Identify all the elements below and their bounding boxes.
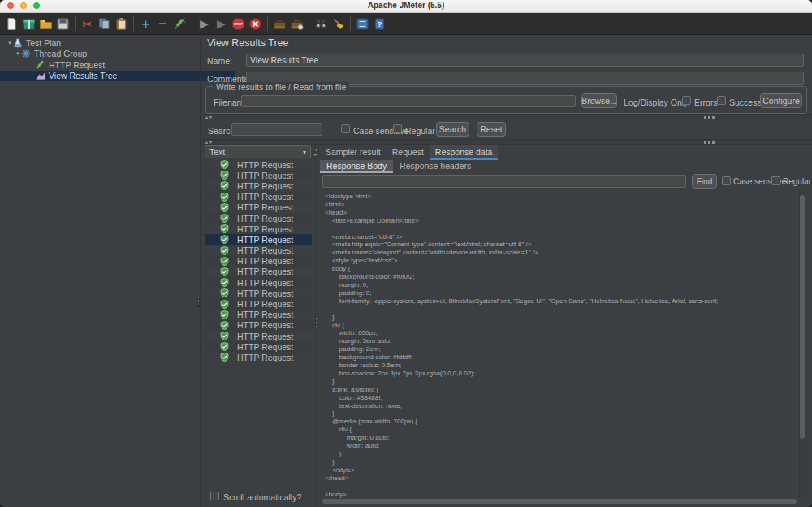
result-item-label: HTTP Request [237, 353, 293, 362]
edit-icon[interactable] [173, 17, 187, 31]
open-icon[interactable] [39, 17, 53, 31]
search-input[interactable] [231, 123, 322, 136]
tree-item-test-plan[interactable]: ▾ Test Plan [0, 37, 205, 48]
result-item[interactable]: HTTP Request [205, 180, 312, 191]
shutdown-icon[interactable] [248, 17, 262, 31]
reset-button[interactable]: Reset [477, 122, 506, 136]
result-item-label: HTTP Request [237, 160, 293, 170]
log-display-only-label: Log/Display Only: [624, 98, 690, 107]
errors-checkbox-label[interactable]: Errors [694, 98, 718, 107]
result-item[interactable]: HTTP Request [205, 341, 312, 352]
result-item[interactable]: HTTP Request [205, 288, 312, 298]
result-item[interactable]: HTTP Request [205, 277, 312, 288]
result-item-label: HTTP Request [237, 299, 293, 309]
successes-checkbox[interactable] [717, 96, 726, 105]
tree-main-divider[interactable] [200, 35, 201, 507]
result-item[interactable]: HTTP Request [205, 266, 312, 277]
find-case-sensitive-checkbox[interactable] [722, 176, 731, 185]
result-item[interactable]: HTTP Request [205, 298, 312, 309]
name-input[interactable] [246, 54, 804, 67]
cut-icon[interactable]: ✂ [80, 17, 94, 31]
result-item[interactable]: HTTP Request [205, 223, 312, 234]
templates-icon[interactable] [22, 17, 36, 31]
response-subtabs: Response Body Response headers [320, 160, 477, 173]
splitter-grip-icon[interactable] [704, 141, 715, 144]
success-shield-icon [220, 332, 233, 340]
tree-item-thread-group[interactable]: ▾ Thread Group [0, 49, 214, 59]
splitter-grip-icon[interactable] [704, 116, 715, 119]
response-horizontal-scrollbar-thumb[interactable] [322, 499, 797, 504]
toolbar-separator [192, 16, 192, 31]
search-case-sensitive-checkbox[interactable] [341, 124, 350, 133]
configure-button[interactable]: Configure [760, 93, 802, 108]
find-regular-exp-checkbox[interactable] [771, 176, 780, 185]
result-item[interactable]: HTTP Request [205, 159, 312, 170]
splitter-collapse-left-icon[interactable]: ◂▸ [313, 147, 318, 157]
reset-search-icon[interactable] [331, 17, 345, 31]
start-icon[interactable]: ▶ [197, 17, 211, 31]
find-regular-exp-label[interactable]: Regular exp. [783, 177, 812, 186]
result-item[interactable]: HTTP Request [205, 245, 312, 256]
svg-text:?: ? [378, 20, 382, 28]
results-splitter[interactable]: ▴▾ [203, 139, 812, 145]
result-item[interactable]: HTTP Request [205, 256, 312, 266]
renderer-dropdown[interactable]: Text ▾ [205, 145, 311, 158]
scroll-automatically-label[interactable]: Scroll automatically? [223, 492, 301, 502]
search-regular-exp-checkbox[interactable] [393, 124, 402, 133]
success-shield-icon [220, 224, 233, 233]
result-item[interactable]: HTTP Request [205, 202, 312, 213]
subtab-response-headers[interactable]: Response headers [393, 160, 477, 173]
list-detail-splitter-handle[interactable] [314, 317, 317, 327]
window-title: Apache JMeter (5.5) [0, 1, 812, 10]
result-item[interactable]: HTTP Request [205, 170, 312, 180]
result-item[interactable]: HTTP Request [205, 331, 312, 341]
errors-checkbox[interactable] [682, 96, 691, 105]
tab-sampler-result[interactable]: Sampler result [320, 145, 387, 160]
tab-request[interactable]: Request [387, 145, 430, 160]
help-icon[interactable]: ? [373, 17, 387, 31]
clear-all-icon[interactable] [290, 17, 304, 31]
subtract-icon[interactable]: − [156, 17, 170, 31]
result-item-label: HTTP Request [237, 266, 293, 276]
new-file-icon[interactable] [5, 17, 19, 31]
filename-input[interactable] [241, 95, 576, 107]
expand-arrow-icon[interactable]: ▾ [6, 40, 13, 46]
paste-icon[interactable] [114, 17, 128, 31]
result-item[interactable]: HTTP Request [205, 352, 312, 362]
jmeter-window: Apache JMeter (5.5) ✂+−▶▶STOP? ▾ Test Pl… [0, 0, 812, 507]
subtab-response-body[interactable]: Response Body [320, 160, 393, 173]
result-item[interactable]: HTTP Request [205, 213, 312, 223]
expand-arrow-icon[interactable]: ▾ [15, 50, 21, 57]
detail-tabs: Sampler result Request Response data [320, 145, 498, 160]
add-icon[interactable]: + [139, 17, 153, 31]
response-vertical-scrollbar-thumb[interactable] [800, 195, 805, 439]
splitter-collapse-icons[interactable]: ▴▾ [205, 114, 214, 119]
tab-response-data[interactable]: Response data [430, 145, 499, 160]
result-item[interactable]: HTTP Request [205, 320, 312, 331]
find-input[interactable] [322, 175, 686, 188]
save-icon[interactable] [56, 17, 70, 31]
result-item-label: HTTP Request [237, 171, 293, 180]
start-no-timers-icon[interactable]: ▶ [214, 17, 228, 31]
search-button[interactable]: Search [436, 122, 469, 136]
search-icon[interactable] [314, 17, 328, 31]
browse-button[interactable]: Browse... [581, 93, 617, 108]
stop-icon[interactable]: STOP [231, 17, 245, 31]
copy-icon[interactable] [97, 17, 111, 31]
response-body-text: <!doctype html> <html> <head> <title>Exa… [325, 193, 718, 498]
result-item[interactable]: HTTP Request [205, 192, 312, 202]
search-splitter[interactable]: ▴▾ [203, 114, 812, 119]
http-request-icon [36, 60, 45, 70]
clear-icon[interactable] [273, 17, 287, 31]
success-shield-icon [220, 310, 233, 319]
result-item[interactable]: HTTP Request [205, 310, 312, 320]
splitter-collapse-icons[interactable]: ▴▾ [205, 139, 214, 145]
success-shield-icon [220, 246, 233, 255]
function-helper-icon[interactable] [356, 17, 369, 31]
result-item[interactable]: HTTP Request [205, 234, 312, 245]
find-button[interactable]: Find [692, 174, 717, 188]
toolbar-separator [75, 16, 76, 31]
result-item-label: HTTP Request [237, 181, 293, 191]
titlebar: Apache JMeter (5.5) [0, 0, 812, 13]
scroll-automatically-checkbox[interactable] [210, 492, 219, 500]
